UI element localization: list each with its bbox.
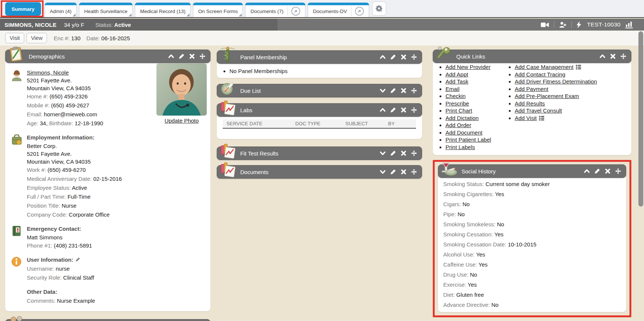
edit-icon[interactable] [594, 168, 600, 174]
edit-icon[interactable] [390, 54, 396, 60]
close-icon[interactable] [400, 88, 407, 94]
expand-icon[interactable] [380, 150, 386, 157]
quick-link[interactable]: Add Travel Consult [515, 107, 562, 114]
quick-link[interactable]: Add Case Management [515, 64, 574, 70]
move-icon[interactable] [411, 169, 417, 175]
quick-link[interactable]: Print Patient Label [445, 136, 491, 143]
quick-link[interactable]: Email [445, 86, 460, 92]
fit-test-header[interactable]: Fit Test Results [217, 147, 422, 160]
expand-icon[interactable] [380, 88, 386, 94]
edit-icon[interactable] [390, 88, 396, 94]
contacts-panel-header[interactable]: Contacts [5, 319, 210, 321]
settings-gear-icon[interactable] [372, 1, 386, 16]
due-list-header[interactable]: Due List [217, 84, 422, 97]
move-icon[interactable] [199, 53, 206, 60]
move-icon[interactable] [411, 107, 417, 113]
view-button[interactable]: View [26, 33, 47, 43]
quick-link[interactable]: Add Results [515, 100, 545, 107]
edit-icon[interactable] [390, 150, 396, 157]
tab-on-screen-forms[interactable]: On Screen Forms [193, 3, 243, 17]
close-icon[interactable] [610, 53, 616, 60]
demographics-body: Update Photo Simmons, Nicole 5201 Fayett… [5, 60, 210, 311]
flowsheet-chart-icon[interactable] [625, 21, 633, 28]
patient-name-link[interactable]: Simmons, Nicole [27, 69, 69, 76]
contacts-panel: Contacts [5, 319, 210, 321]
demographics-panel-header[interactable]: Demographics [5, 50, 210, 63]
tab-summary[interactable]: Summary [5, 2, 41, 16]
quick-link[interactable]: Add Pre-Placement Exam [515, 93, 579, 99]
collapse-icon[interactable] [584, 168, 590, 174]
move-icon[interactable] [620, 53, 626, 60]
edit-icon[interactable] [178, 53, 185, 60]
social-history-header[interactable]: Social History [438, 164, 626, 178]
tab-divider [351, 6, 352, 16]
visit-button[interactable]: Visit [5, 33, 24, 43]
tab-admin[interactable]: Admin (4) [45, 3, 77, 17]
quick-link[interactable]: Add New Provider [445, 64, 491, 70]
close-icon[interactable] [400, 107, 407, 113]
tab-documents[interactable]: Documents (7) [245, 3, 305, 17]
close-icon[interactable] [189, 53, 195, 60]
popout-icon[interactable] [291, 7, 300, 16]
quick-link[interactable]: Print Labels [445, 144, 475, 150]
documents-header[interactable]: Documents [217, 165, 422, 179]
panel-membership-header[interactable]: Panel Membership [217, 50, 422, 64]
column-header[interactable]: SUBJECT [345, 121, 388, 126]
expand-icon[interactable] [380, 169, 386, 175]
edit-user-info-icon[interactable] [75, 257, 80, 262]
collapse-icon[interactable] [168, 53, 174, 60]
panel-actions [380, 88, 417, 94]
move-icon[interactable] [615, 168, 621, 174]
middle-column: Panel Membership No Panel Memberships [217, 50, 422, 179]
column-header[interactable]: BY [388, 121, 412, 126]
security-role: Security Role: Clinical Staff [27, 273, 205, 282]
close-icon[interactable] [605, 168, 611, 174]
close-icon[interactable] [400, 150, 407, 157]
tab-health-surveillance[interactable]: Health Surveillance [79, 3, 133, 17]
quick-link[interactable]: Checkin [445, 93, 466, 99]
user-information-section: User Information: Username: nurse Securi… [10, 255, 205, 282]
collapse-icon[interactable] [599, 53, 606, 60]
list-item: Add Pre-Placement Exam [515, 92, 628, 100]
list-icon[interactable] [539, 116, 544, 120]
quick-link[interactable]: Prescribe [445, 100, 469, 107]
column-header[interactable]: DOC TYPE [295, 121, 346, 126]
quick-link[interactable]: Add Order [445, 122, 471, 128]
status-label: Status: [95, 22, 113, 28]
collapse-icon[interactable] [380, 107, 386, 113]
patient-status: Status:Active [95, 22, 131, 28]
list-icon[interactable] [576, 65, 581, 69]
panel-title: Fit Test Results [240, 150, 278, 157]
quick-link[interactable]: Add Dictation [445, 115, 479, 121]
quick-link[interactable]: Add Document [445, 129, 482, 136]
edit-icon[interactable] [390, 169, 396, 175]
close-icon[interactable] [400, 169, 407, 175]
quick-link[interactable]: Add Visit [515, 115, 537, 121]
add-person-icon[interactable] [559, 22, 567, 28]
labs-header[interactable]: Labs [217, 103, 422, 117]
quick-link[interactable]: Add Driver Fitness Determination [515, 78, 597, 85]
popout-icon[interactable] [355, 7, 364, 16]
tab-documents-label: Documents (7) [250, 9, 283, 14]
column-header[interactable]: SERVICE DATE [226, 121, 295, 126]
list-item: Add Visit [515, 114, 628, 122]
close-icon[interactable] [400, 54, 407, 60]
edit-icon[interactable] [390, 107, 396, 113]
quick-link[interactable]: Print Chart [445, 107, 472, 114]
social-history-row: Smoking Smokeless: No [443, 219, 621, 229]
quick-link[interactable]: Add Contact Tracing [515, 71, 565, 78]
quick-links-header[interactable]: Quick Links [433, 50, 631, 63]
quick-link[interactable]: Add Task [445, 78, 468, 85]
move-icon[interactable] [411, 150, 417, 157]
collapse-icon[interactable] [380, 54, 386, 60]
quick-link[interactable]: Add Appt [445, 71, 468, 78]
video-camera-icon[interactable] [541, 22, 549, 28]
move-icon[interactable] [411, 88, 417, 94]
vertical-scrollbar[interactable] [638, 31, 643, 207]
lightning-icon[interactable] [577, 21, 581, 28]
move-icon[interactable] [411, 54, 417, 60]
tab-documents-dv[interactable]: Documents-DV [308, 3, 369, 17]
social-history-row: Smoking Cigarettes: Yes [443, 189, 621, 199]
quick-link[interactable]: Add Payment [515, 86, 548, 92]
tab-medical-record[interactable]: Medical Record (13) [135, 3, 191, 17]
